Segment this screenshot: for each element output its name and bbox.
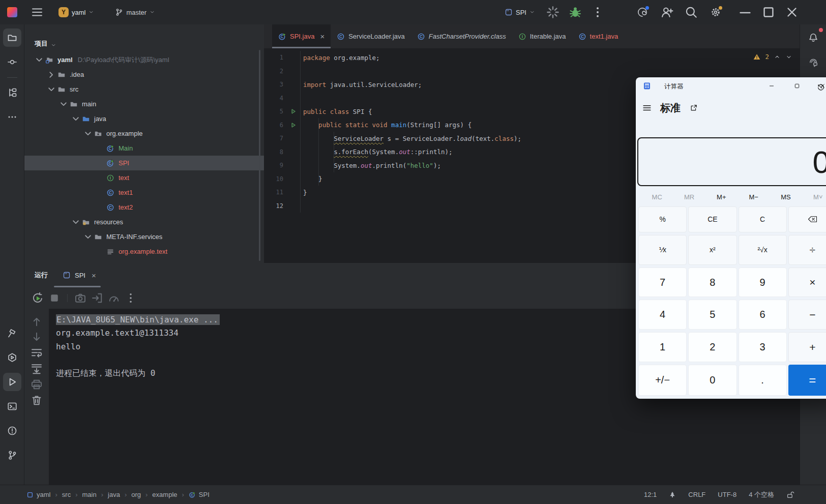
add-user-icon[interactable] <box>660 6 673 19</box>
down-stacktrace-button[interactable] <box>31 331 43 343</box>
progress-spinner-icon[interactable] <box>546 6 559 19</box>
print-button[interactable] <box>31 378 43 391</box>
calc-key-.[interactable]: . <box>739 365 787 396</box>
breadcrumb-example[interactable]: example <box>152 491 177 498</box>
search-icon[interactable] <box>685 6 698 19</box>
profiler-button[interactable] <box>108 292 120 304</box>
calc-key-7[interactable]: 7 <box>638 268 687 298</box>
calc-key-2[interactable]: 2 <box>688 332 736 362</box>
calc-key-0[interactable]: 0 <box>688 365 736 396</box>
more-vertical-icon[interactable] <box>591 6 604 19</box>
window-close-button[interactable] <box>784 5 800 20</box>
structure-tool-button[interactable] <box>3 83 21 102</box>
tree-item-text1[interactable]: Ctext1 <box>24 185 264 200</box>
debug-icon[interactable] <box>569 6 582 19</box>
tab-SPI.java[interactable]: CSPI.java× <box>272 24 331 48</box>
caret-position[interactable]: 12:1 <box>644 491 657 498</box>
project-panel-header[interactable]: 项目 <box>24 24 264 52</box>
memory-button-M+[interactable]: M+ <box>705 191 738 203</box>
prev-warning-icon[interactable] <box>774 53 781 61</box>
up-stacktrace-button[interactable] <box>31 315 43 328</box>
calc-key-x²[interactable]: x² <box>688 235 736 265</box>
run-line-icon[interactable] <box>290 108 297 114</box>
ai-chat-button[interactable] <box>804 53 822 71</box>
run-line-icon[interactable] <box>290 122 297 128</box>
line-separator[interactable]: CRLF <box>688 491 705 498</box>
screenshot-button[interactable] <box>74 292 86 304</box>
close-icon[interactable]: × <box>320 32 324 41</box>
calc-key-3[interactable]: 3 <box>739 332 787 362</box>
branch-widget[interactable]: master <box>111 5 159 20</box>
tree-item-META-INF.services[interactable]: META-INF.services <box>24 229 264 244</box>
memory-button-MR[interactable]: MR <box>673 191 705 203</box>
breadcrumb-org[interactable]: org <box>131 491 141 498</box>
project-tool-button[interactable] <box>3 28 21 47</box>
memory-button-M˅[interactable]: M˅ <box>802 191 826 203</box>
services-tool-button[interactable] <box>3 348 21 367</box>
tab-ServiceLoader.java[interactable]: CServiceLoader.java <box>331 24 411 48</box>
inspections-tree-icon[interactable] <box>669 491 676 498</box>
calculator-titlebar[interactable]: 计算器 <box>636 77 826 95</box>
ai-assistant-icon[interactable] <box>636 6 649 19</box>
indent-setting[interactable]: 4 个空格 <box>749 490 774 499</box>
calc-key-C[interactable]: C <box>739 206 787 232</box>
next-warning-icon[interactable] <box>785 53 792 61</box>
calc-key-8[interactable]: 8 <box>688 268 736 298</box>
calc-key-5[interactable]: 5 <box>688 300 736 330</box>
tree-item-SPI[interactable]: CSPI <box>24 156 264 170</box>
run-tool-button[interactable] <box>3 373 21 391</box>
calc-key-4[interactable]: 4 <box>638 300 687 330</box>
tree-item-java[interactable]: java <box>24 111 264 126</box>
calc-key-9[interactable]: 9 <box>739 268 787 298</box>
calc-key-+/−[interactable]: +/− <box>638 365 687 396</box>
commit-tool-button[interactable] <box>3 53 21 71</box>
calc-key-÷[interactable]: ÷ <box>788 235 826 265</box>
breadcrumb-main[interactable]: main <box>82 491 96 498</box>
terminal-tool-button[interactable] <box>3 397 21 416</box>
calc-key-+[interactable]: + <box>788 332 826 362</box>
calc-key-×[interactable]: × <box>788 268 826 298</box>
console-more-icon[interactable] <box>125 292 137 304</box>
tab-FastCharsetProvider.class[interactable]: CFastCharsetProvider.class <box>411 24 512 48</box>
project-widget[interactable]: Y yaml <box>55 5 98 20</box>
calc-key-%[interactable]: % <box>638 206 687 232</box>
breadcrumb-src[interactable]: src <box>62 491 71 498</box>
project-scrollbar[interactable] <box>259 50 260 261</box>
rerun-button[interactable] <box>32 292 44 304</box>
calc-key-²√x[interactable]: ²√x <box>739 235 787 265</box>
notifications-button[interactable] <box>804 28 822 47</box>
tree-item-org.example.text[interactable]: org.example.text <box>24 244 264 259</box>
calc-key-6[interactable]: 6 <box>739 300 787 330</box>
clear-console-button[interactable] <box>31 394 43 406</box>
main-menu-icon[interactable] <box>31 6 44 19</box>
memory-button-MS[interactable]: MS <box>770 191 802 203</box>
tree-item-main[interactable]: main <box>24 97 264 111</box>
more-tools-button[interactable] <box>3 108 21 126</box>
calc-menu-icon[interactable] <box>642 103 652 113</box>
inspections-widget[interactable]: 2 <box>753 53 792 61</box>
calc-key-1[interactable]: 1 <box>638 332 687 362</box>
calc-key-backspace[interactable] <box>788 206 826 232</box>
close-icon[interactable]: × <box>92 271 96 280</box>
calc-key-⅟x[interactable]: ⅟x <box>638 235 687 265</box>
calc-minimize-button[interactable] <box>759 77 784 95</box>
soft-wrap-button[interactable] <box>31 347 43 359</box>
open-in-editor-button[interactable] <box>91 292 103 304</box>
tree-item-resources[interactable]: resources <box>24 215 264 229</box>
run-tab[interactable]: SPI × <box>63 267 96 283</box>
window-maximize-button[interactable] <box>761 5 776 20</box>
calc-maximize-button[interactable] <box>784 77 810 95</box>
scroll-to-end-button[interactable] <box>31 363 43 375</box>
tree-item-src[interactable]: src <box>24 82 264 97</box>
stop-button[interactable] <box>48 292 61 304</box>
tab-Iterable.java[interactable]: IIterable.java <box>512 24 572 48</box>
tree-item-org.example[interactable]: org.example <box>24 126 264 141</box>
version-control-tool-button[interactable] <box>3 446 21 464</box>
window-minimize-button[interactable] <box>738 5 753 20</box>
tree-item-Main[interactable]: CMain <box>24 141 264 156</box>
breadcrumb-yaml[interactable]: yaml <box>26 491 50 498</box>
calc-key-−[interactable]: − <box>788 300 826 330</box>
calc-key-CE[interactable]: CE <box>688 206 736 232</box>
file-encoding[interactable]: UTF-8 <box>718 491 736 498</box>
tree-item-.idea[interactable]: .idea <box>24 67 264 82</box>
